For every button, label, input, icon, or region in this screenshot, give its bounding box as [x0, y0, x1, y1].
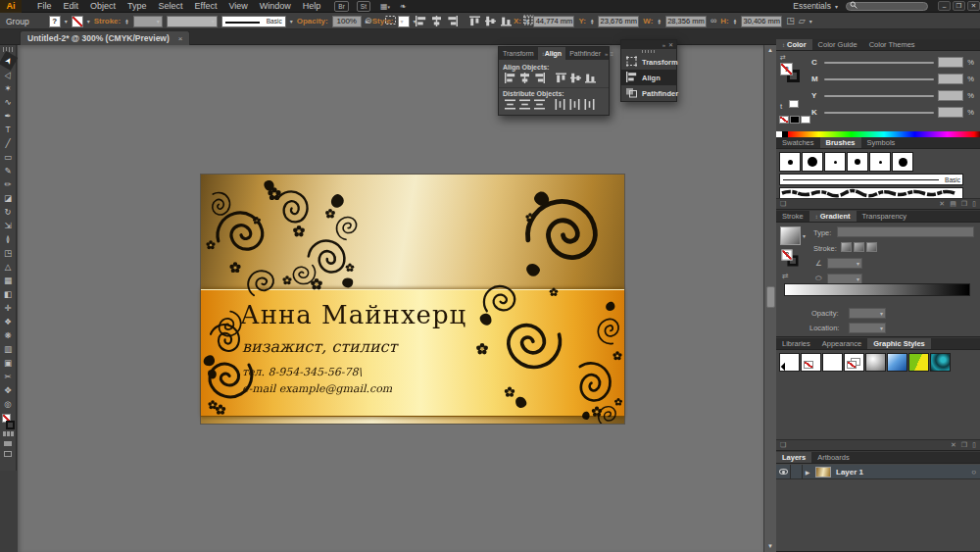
- workspace-switcher[interactable]: Essentials: [793, 1, 831, 11]
- tool-symbol-sprayer[interactable]: ❋: [1, 328, 16, 342]
- menu-type[interactable]: Type: [122, 1, 153, 11]
- slider-track[interactable]: [824, 112, 934, 114]
- align-top-button[interactable]: [554, 72, 568, 84]
- trash-icon[interactable]: ▯: [972, 441, 976, 449]
- tool-type[interactable]: T: [1, 123, 16, 136]
- chevron-down-icon[interactable]: ▾: [401, 18, 404, 25]
- align-middle-v-button[interactable]: [483, 15, 498, 27]
- distribute-right-button[interactable]: [583, 98, 598, 111]
- brush-definition-dropdown[interactable]: Basic: [221, 16, 286, 27]
- graphic-style-green-yellow[interactable]: [908, 353, 929, 372]
- canvas[interactable]: Анна Майнхерц визажист, стилист тел. 8-9…: [18, 45, 763, 552]
- tool-pen[interactable]: ✒: [1, 109, 16, 123]
- tab-color-guide[interactable]: Color Guide: [812, 39, 863, 50]
- stroke-weight-dropdown[interactable]: ▾: [133, 16, 163, 27]
- distribute-top-button[interactable]: [503, 98, 517, 111]
- fill-stroke-control[interactable]: [2, 414, 15, 429]
- flyout-item-align[interactable]: Align: [621, 70, 676, 85]
- stroke-stepper[interactable]: ▲▼: [124, 19, 128, 25]
- none-swatch[interactable]: [779, 116, 789, 124]
- align-left-button[interactable]: [414, 15, 428, 27]
- tab-libraries[interactable]: Libraries: [776, 338, 816, 349]
- graphic-style-default[interactable]: [779, 353, 800, 372]
- search-input[interactable]: [858, 3, 926, 10]
- shear-icon[interactable]: ▱: [799, 17, 806, 25]
- align-left-button[interactable]: [503, 72, 517, 84]
- close-button[interactable]: ✕: [967, 1, 980, 11]
- tool-rectangle[interactable]: ▭: [1, 150, 16, 164]
- distribute-left-button[interactable]: [554, 98, 568, 111]
- gradient-stroke-options[interactable]: [841, 242, 877, 252]
- tool-eraser[interactable]: ◪: [1, 191, 16, 205]
- tab-brushes[interactable]: Brushes: [820, 137, 861, 148]
- free-transform-icon[interactable]: ◳: [786, 17, 795, 25]
- visibility-cell[interactable]: [776, 465, 791, 479]
- collapse-icon[interactable]: »: [605, 51, 608, 57]
- y-value[interactable]: 23,676 mm: [598, 16, 639, 27]
- close-tab-icon[interactable]: ×: [178, 34, 183, 43]
- tool-scale[interactable]: ⇲: [1, 219, 16, 232]
- search-box[interactable]: [846, 2, 928, 11]
- gradient-location-dropdown[interactable]: ▾: [849, 323, 886, 333]
- bridge-button[interactable]: Br: [334, 1, 349, 12]
- new-style-icon[interactable]: ❐: [961, 441, 967, 449]
- tab-align[interactable]: ↕Align: [538, 47, 566, 60]
- tab-artboards[interactable]: Artboards: [811, 452, 856, 463]
- brush-tile-6[interactable]: [892, 152, 913, 172]
- tool-artboard[interactable]: ▣: [1, 356, 16, 370]
- tool-blend[interactable]: ❖: [1, 315, 16, 328]
- stock-button[interactable]: St: [357, 1, 370, 12]
- brush-tile-5[interactable]: [869, 152, 891, 172]
- target-circle-icon[interactable]: ○: [971, 468, 976, 477]
- menu-file[interactable]: File: [31, 1, 58, 11]
- tab-layers[interactable]: Layers: [776, 452, 811, 463]
- y-stepper[interactable]: ▲▼: [590, 19, 594, 25]
- gradient-type-dropdown[interactable]: [837, 226, 974, 237]
- restore-button[interactable]: ❐: [953, 1, 965, 11]
- brush-tile-1[interactable]: [779, 152, 801, 172]
- layer-name[interactable]: Layer 1: [836, 468, 863, 477]
- business-card-artwork[interactable]: Анна Майнхерц визажист, стилист тел. 8-9…: [201, 175, 624, 424]
- unlink-style-icon[interactable]: ✕: [951, 441, 956, 449]
- brush-basic-row[interactable]: Basic: [779, 174, 963, 185]
- gradient-proxy[interactable]: ?: [782, 250, 799, 267]
- tab-pathfinder[interactable]: Pathfinder: [565, 47, 605, 60]
- brush-tile-3[interactable]: [824, 152, 846, 172]
- width-profile-dropdown[interactable]: ▾: [167, 16, 218, 27]
- arrange-documents-icon[interactable]: ▦▾: [380, 2, 390, 11]
- distribute-bottom-button[interactable]: [532, 98, 547, 111]
- stroke-swatch[interactable]: [72, 16, 83, 27]
- align-center-h-button[interactable]: [517, 72, 532, 84]
- tool-line-segment[interactable]: ╱: [1, 136, 16, 150]
- tool-hand[interactable]: ✥: [1, 383, 16, 397]
- brush-libraries-icon[interactable]: ❏: [780, 200, 786, 208]
- tool-paintbrush[interactable]: ✎: [1, 164, 16, 177]
- channel-value-box[interactable]: [938, 57, 963, 68]
- graphic-style-white[interactable]: [822, 353, 843, 372]
- tint-swatch[interactable]: [789, 100, 799, 108]
- tool-rotate[interactable]: ↻: [1, 205, 16, 219]
- eye-icon[interactable]: [779, 469, 788, 475]
- close-icon[interactable]: ✕: [668, 41, 673, 48]
- tab-transparency[interactable]: Transparency: [857, 211, 913, 222]
- tab-gradient[interactable]: ↕Gradient: [809, 211, 857, 222]
- swap-colors-icon[interactable]: ⇄: [780, 54, 786, 62]
- layer-thumbnail[interactable]: [815, 467, 831, 477]
- tool-gradient[interactable]: ◧: [1, 287, 16, 301]
- align-center-h-button[interactable]: [429, 15, 444, 27]
- graphic-style-gray-sphere[interactable]: [865, 353, 886, 372]
- channel-value-box[interactable]: [938, 90, 963, 101]
- tool-eyedropper[interactable]: ✛: [1, 301, 16, 315]
- screen-mode-button[interactable]: [2, 451, 15, 458]
- tool-zoom[interactable]: ◎: [1, 397, 16, 411]
- align-top-button[interactable]: [467, 15, 482, 27]
- chevron-down-icon[interactable]: ▾: [65, 18, 68, 25]
- chevron-down-icon[interactable]: ▾: [809, 18, 812, 25]
- tab-transform[interactable]: Transform: [499, 47, 538, 60]
- chevron-down-icon[interactable]: ▾: [87, 18, 90, 25]
- menu-object[interactable]: Object: [84, 1, 122, 11]
- panel-menu-icon[interactable]: ≡: [610, 51, 613, 57]
- collapse-icon[interactable]: »: [662, 42, 665, 48]
- select-similar-icon[interactable]: [384, 15, 397, 27]
- opacity-value[interactable]: 100%: [332, 16, 362, 27]
